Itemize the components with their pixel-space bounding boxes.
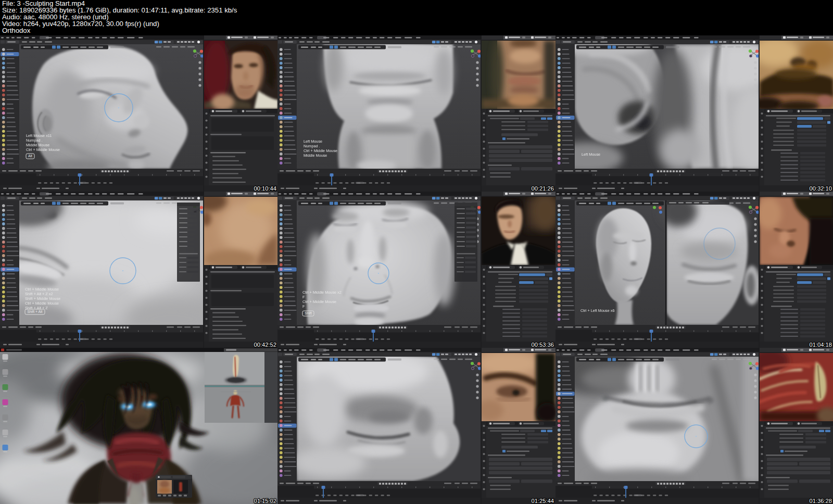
svg-text:00:53:36: 00:53:36 bbox=[532, 342, 554, 348]
svg-text:00:10:44: 00:10:44 bbox=[254, 185, 276, 192]
svg-text:00:21:26: 00:21:26 bbox=[532, 185, 554, 192]
svg-text:F: F bbox=[302, 304, 305, 309]
svg-text:Middle Mouse: Middle Mouse bbox=[26, 143, 49, 147]
svg-text:01:04:18: 01:04:18 bbox=[809, 342, 832, 348]
svg-text:Left Mouse x11: Left Mouse x11 bbox=[26, 133, 52, 138]
svg-text:Numpad .: Numpad . bbox=[26, 138, 43, 143]
svg-text:00:32:10: 00:32:10 bbox=[809, 185, 832, 192]
svg-text:Ctrl + Middle Mouse: Ctrl + Middle Mouse bbox=[302, 299, 336, 304]
svg-text:F: F bbox=[302, 295, 305, 299]
svg-text:Shift + Alt + Z x2: Shift + Alt + Z x2 bbox=[25, 292, 53, 296]
svg-text:Shift + Middle Mouse: Shift + Middle Mouse bbox=[25, 296, 60, 301]
svg-text:Ctrl + Middle Mouse: Ctrl + Middle Mouse bbox=[304, 148, 337, 153]
svg-text:Middle Mouse: Middle Mouse bbox=[304, 153, 327, 158]
svg-text:01:36:28: 01:36:28 bbox=[809, 498, 832, 504]
svg-text:Numpad .: Numpad . bbox=[304, 144, 320, 148]
svg-text:Ctrl + Middle Mouse: Ctrl + Middle Mouse bbox=[25, 287, 59, 292]
svg-text:Shift: Shift bbox=[305, 311, 312, 315]
svg-text:Shift + Alt: Shift + Alt bbox=[28, 310, 43, 313]
svg-text:Left Mouse: Left Mouse bbox=[304, 139, 322, 144]
svg-text:01:25:44: 01:25:44 bbox=[532, 498, 554, 504]
svg-text:01:15:02: 01:15:02 bbox=[254, 498, 276, 504]
svg-text:Ctrl + Middle Mouse: Ctrl + Middle Mouse bbox=[26, 147, 60, 152]
svg-text:Ctrl + Left Mouse x6: Ctrl + Left Mouse x6 bbox=[580, 308, 615, 313]
svg-text:Alt: Alt bbox=[28, 154, 32, 158]
svg-text:Left Mouse: Left Mouse bbox=[582, 152, 600, 157]
svg-text:Ctrl + Middle Mouse: Ctrl + Middle Mouse bbox=[25, 301, 59, 306]
svg-text:00:42:52: 00:42:52 bbox=[254, 342, 276, 348]
svg-text:Ctrl + Middle Mouse x2: Ctrl + Middle Mouse x2 bbox=[302, 290, 342, 295]
